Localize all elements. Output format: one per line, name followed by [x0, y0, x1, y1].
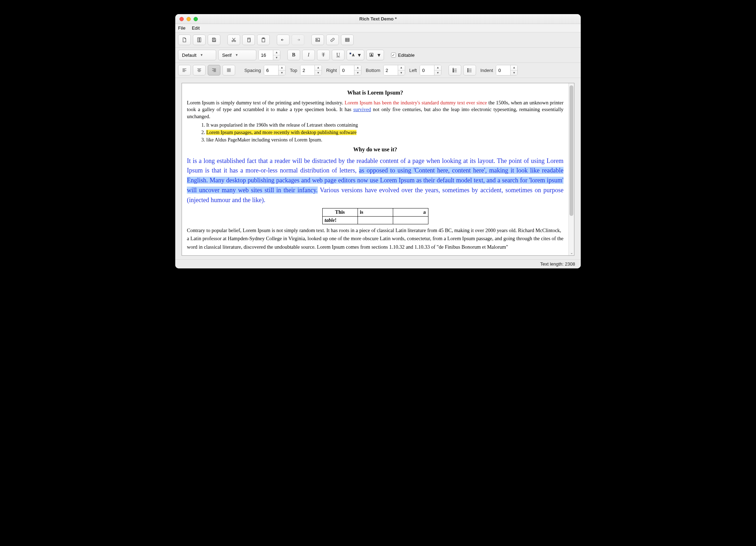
text-color-button[interactable]: A ▼ — [347, 50, 364, 60]
margin-bottom-label: Bottom — [364, 68, 381, 73]
scroll-down-icon[interactable]: ⌄ — [569, 251, 574, 255]
margin-bottom-value[interactable]: 2 — [384, 65, 398, 75]
svg-text:A: A — [371, 54, 373, 57]
font-combo-value: Serif — [222, 53, 232, 58]
editable-checkbox[interactable]: ✓ Editable — [391, 53, 415, 58]
window-controls — [175, 17, 198, 21]
spacing-label: Spacing — [242, 68, 262, 73]
insert-table-button[interactable] — [341, 35, 354, 45]
vertical-scrollbar[interactable]: ⌄ — [568, 83, 574, 255]
margin-right-label: Right — [324, 68, 337, 73]
highlight-color-button[interactable]: A ▼ — [366, 50, 384, 60]
underline-button[interactable]: U — [332, 50, 345, 60]
zoom-window-button[interactable] — [194, 17, 198, 21]
check-icon: ✓ — [391, 53, 396, 57]
paragraph-1: Lorem Ipsum is simply dummy text of the … — [187, 99, 563, 120]
open-button[interactable] — [193, 35, 206, 45]
svg-rect-19 — [468, 71, 468, 72]
margin-left-label: Left — [407, 68, 418, 73]
align-center-button[interactable] — [193, 65, 206, 75]
redo-button[interactable] — [292, 35, 304, 45]
spacing-spinner[interactable]: 6 ▲▼ — [264, 65, 286, 75]
red-text: Lorem Ipsum has been the industry's stan… — [345, 100, 487, 105]
list-item: Lorem Ipsum passages, and more recently … — [206, 129, 563, 136]
bold-button[interactable]: B — [287, 50, 300, 60]
chevron-down-icon: ▼ — [235, 53, 238, 57]
ordered-list: It was popularised in the 1960s with the… — [206, 122, 563, 144]
spacing-value[interactable]: 6 — [264, 65, 278, 75]
demo-table: This is a table! — [322, 208, 428, 224]
list-item: like Aldus PageMaker including versions … — [206, 137, 563, 144]
margin-right-spinner[interactable]: 0 ▲▼ — [340, 65, 361, 75]
app-window: Rich Text Demo * File Edit — [175, 14, 581, 268]
italic-button[interactable]: I — [302, 50, 315, 60]
table-row: This is a — [322, 208, 428, 217]
margin-top-spinner[interactable]: 2 ▲▼ — [300, 65, 322, 75]
margin-bottom-spinner[interactable]: 2 ▲▼ — [383, 65, 405, 75]
titlebar: Rich Text Demo * — [175, 14, 581, 24]
align-justify-button[interactable] — [222, 65, 235, 75]
unordered-list-button[interactable] — [463, 65, 476, 75]
svg-rect-0 — [213, 38, 215, 39]
svg-rect-4 — [248, 39, 250, 42]
close-window-button[interactable] — [179, 17, 184, 21]
chevron-down-icon: ▼ — [357, 52, 362, 58]
style-combo-value: Default — [182, 53, 196, 58]
status-text: Text length: 2308 — [540, 261, 575, 267]
minimize-window-button[interactable] — [187, 17, 191, 21]
heading-1: What is Lorem Ipsum? — [187, 89, 563, 97]
svg-rect-1 — [213, 40, 215, 42]
align-right-button[interactable] — [208, 65, 220, 75]
paste-button[interactable] — [257, 35, 270, 45]
svg-text:3: 3 — [453, 71, 454, 73]
new-button[interactable] — [178, 35, 191, 45]
table-row: table! — [322, 216, 428, 224]
align-left-button[interactable] — [178, 65, 191, 75]
strikethrough-button[interactable]: T — [317, 50, 330, 60]
toolbar-paragraph: Spacing 6 ▲▼ Top 2 ▲▼ Right 0 ▲▼ Bottom … — [175, 63, 581, 78]
svg-rect-7 — [316, 38, 320, 41]
insert-image-button[interactable] — [311, 35, 324, 45]
menubar: File Edit — [175, 24, 581, 32]
list-item: It was popularised in the 1960s with the… — [206, 122, 563, 129]
toolbar-file — [175, 32, 581, 48]
chevron-down-icon: ▼ — [377, 52, 382, 58]
undo-button[interactable] — [277, 35, 289, 45]
margin-left-value[interactable]: 0 — [420, 65, 434, 75]
menu-file[interactable]: File — [178, 25, 185, 31]
indent-spinner[interactable]: 0 ▲▼ — [496, 65, 518, 75]
document-content[interactable]: What is Lorem Ipsum? Lorem Ipsum is simp… — [182, 83, 568, 255]
status-bar: Text length: 2308 — [175, 259, 581, 268]
indent-value[interactable]: 0 — [496, 65, 510, 75]
survived-link[interactable]: survived — [353, 107, 371, 112]
indent-label: Indent — [478, 68, 494, 73]
font-size-spinner[interactable]: 16 ▲▼ — [258, 50, 280, 60]
chevron-down-icon: ▼ — [200, 53, 203, 57]
cut-button[interactable] — [227, 35, 240, 45]
svg-rect-9 — [346, 38, 349, 41]
margin-top-value[interactable]: 2 — [300, 65, 315, 75]
window-title: Rich Text Demo * — [175, 16, 581, 22]
menu-edit[interactable]: Edit — [192, 25, 200, 31]
svg-rect-18 — [468, 70, 468, 71]
heading-2: Why do we use it? — [187, 146, 563, 153]
style-combo[interactable]: Default ▼ — [178, 50, 216, 60]
margin-left-spinner[interactable]: 0 ▲▼ — [420, 65, 441, 75]
paragraph-3: Contrary to popular belief, Lorem Ipsum … — [187, 226, 563, 251]
font-size-down[interactable]: ▼ — [273, 55, 280, 60]
font-combo[interactable]: Serif ▼ — [218, 50, 256, 60]
copy-button[interactable] — [242, 35, 255, 45]
svg-text:A: A — [352, 53, 355, 57]
editable-label: Editable — [398, 53, 415, 58]
highlighted-text: Lorem Ipsum passages, and more recently … — [206, 130, 356, 135]
insert-link-button[interactable] — [326, 35, 339, 45]
save-button[interactable] — [208, 35, 220, 45]
margin-top-label: Top — [288, 68, 298, 73]
document-area: What is Lorem Ipsum? Lorem Ipsum is simp… — [182, 83, 574, 256]
svg-rect-10 — [350, 53, 351, 54]
font-size-up[interactable]: ▲ — [273, 50, 280, 55]
scroll-thumb[interactable] — [569, 85, 573, 216]
font-size-value[interactable]: 16 — [259, 50, 273, 60]
ordered-list-button[interactable]: 123 — [449, 65, 461, 75]
margin-right-value[interactable]: 0 — [340, 65, 354, 75]
